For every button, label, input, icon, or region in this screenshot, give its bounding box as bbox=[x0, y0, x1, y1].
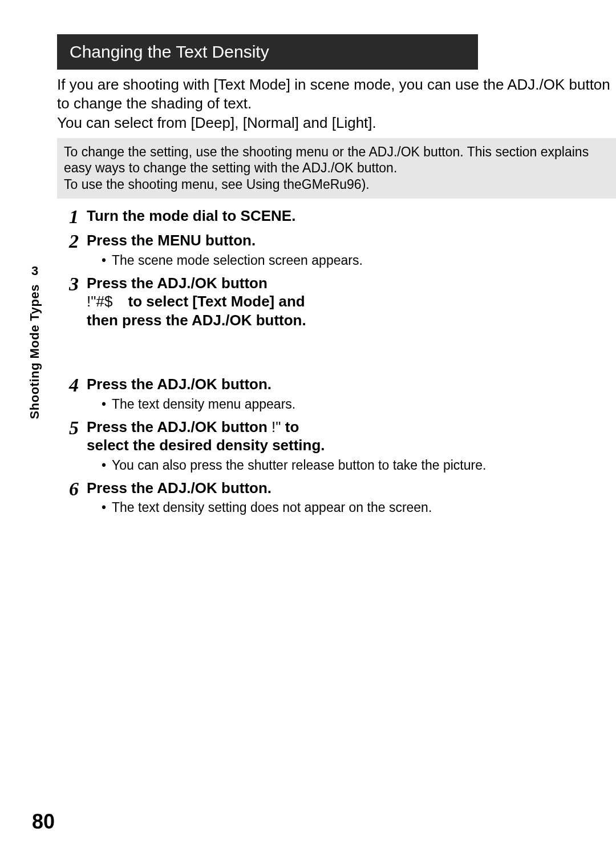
step-5: 5 Press the ADJ./OK button !" to select … bbox=[57, 418, 616, 474]
step-number: 2 bbox=[57, 231, 79, 252]
step-number: 1 bbox=[57, 207, 79, 227]
step-number: 4 bbox=[57, 375, 79, 395]
intro-line-1: If you are shooting with [Text Mode] in … bbox=[57, 75, 616, 112]
step-number: 5 bbox=[57, 418, 79, 438]
chapter-number: 3 bbox=[31, 264, 38, 278]
note-line-2: To use the shooting menu, see Using theG… bbox=[64, 176, 609, 193]
step-1: 1 Turn the mode dial to SCENE. bbox=[57, 207, 616, 227]
intro-line-2: You can select from [Deep], [Normal] and… bbox=[57, 114, 616, 132]
step-3: 3 Press the ADJ./OK button !"#$ to selec… bbox=[57, 274, 616, 330]
step-title: Press the ADJ./OK button. bbox=[87, 479, 616, 498]
step-4: 4 Press the ADJ./OK button. The text den… bbox=[57, 375, 616, 413]
section-header: Changing the Text Density bbox=[57, 34, 478, 70]
page: 3 Shooting Mode Types Changing the Text … bbox=[0, 0, 616, 868]
step-title: Turn the mode dial to SCENE. bbox=[87, 207, 616, 225]
direction-symbols: !" bbox=[271, 418, 281, 435]
content-area: Changing the Text Density If you are sho… bbox=[57, 34, 616, 868]
step-title: Press the ADJ./OK button !" to select th… bbox=[87, 418, 326, 455]
side-tab: 3 Shooting Mode Types bbox=[27, 264, 42, 419]
steps-list: 1 Turn the mode dial to SCENE. 2 Press t… bbox=[57, 207, 616, 516]
step-2: 2 Press the MENU button. The scene mode … bbox=[57, 231, 616, 269]
note-line-1: To change the setting, use the shooting … bbox=[64, 144, 609, 177]
page-number: 80 bbox=[32, 810, 55, 834]
intro-text: If you are shooting with [Text Mode] in … bbox=[57, 75, 616, 132]
step-title: Press the ADJ./OK button. bbox=[87, 375, 616, 394]
side-label: Shooting Mode Types bbox=[27, 284, 42, 419]
step-bullet: The text density setting does not appear… bbox=[102, 499, 616, 516]
step-6: 6 Press the ADJ./OK button. The text den… bbox=[57, 479, 616, 516]
step-number: 6 bbox=[57, 479, 79, 499]
step-bullet: You can also press the shutter release b… bbox=[102, 457, 616, 474]
step-bullet: The scene mode selection screen appears. bbox=[102, 252, 616, 269]
step-title: Press the ADJ./OK button !"#$ to select … bbox=[87, 274, 326, 330]
note-box: To change the setting, use the shooting … bbox=[57, 138, 616, 199]
direction-symbols: !"#$ bbox=[87, 293, 112, 310]
step-number: 3 bbox=[57, 274, 79, 294]
step-title: Press the MENU button. bbox=[87, 231, 616, 250]
step-bullet: The text density menu appears. bbox=[102, 396, 616, 413]
